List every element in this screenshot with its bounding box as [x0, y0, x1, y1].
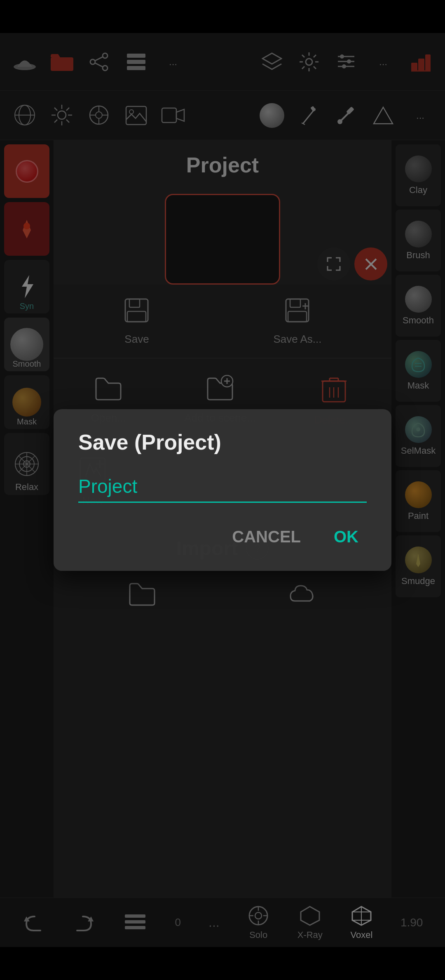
modal-overlay: Save (Project) CANCEL OK — [0, 33, 445, 947]
bottom-status-bar — [0, 947, 445, 980]
modal-buttons: CANCEL OK — [78, 523, 367, 550]
modal-title: Save (Project) — [78, 430, 367, 455]
ok-button[interactable]: OK — [326, 523, 367, 550]
cancel-button[interactable]: CANCEL — [224, 523, 309, 550]
app-area: ... ... — [0, 33, 445, 947]
project-name-input[interactable] — [78, 471, 367, 503]
top-status-bar — [0, 0, 445, 33]
modal-dialog: Save (Project) CANCEL OK — [54, 409, 391, 571]
